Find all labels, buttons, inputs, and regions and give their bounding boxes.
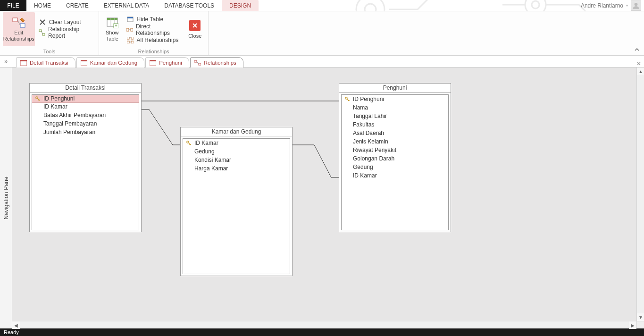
svg-rect-11 (42, 34, 45, 35)
field-id-kamar[interactable]: ID Kamar (32, 102, 139, 111)
tab-kamar-dan-gedung[interactable]: Kamar dan Gedung (76, 57, 144, 67)
svg-rect-36 (199, 63, 201, 65)
svg-rect-32 (81, 60, 87, 61)
edit-relationships-button[interactable]: Edit Relationships (3, 12, 35, 46)
field-id-penghuni[interactable]: ID Penghuni (342, 95, 448, 103)
table-icon (150, 60, 156, 66)
field-tanggal-pembayaran[interactable]: Tanggal Pembayaran (32, 119, 139, 128)
user-area[interactable]: Andre Riantiarno ▾ (581, 0, 644, 11)
field-riwayat-penyakit[interactable]: Riwayat Penyakit (342, 146, 448, 154)
field-harga-kamar[interactable]: Harga Kamar (183, 164, 290, 173)
collapse-ribbon-button[interactable] (634, 46, 640, 54)
direct-relationships-button[interactable]: Direct Relationships (124, 25, 184, 35)
table-kamar-dan-gedung[interactable]: Kamar dan Gedung ID Kamar Gedung Kondisi… (180, 127, 293, 276)
svg-point-7 (635, 3, 638, 6)
file-menu[interactable]: FILE (0, 0, 26, 11)
scroll-track[interactable] (637, 75, 644, 313)
status-bar: Ready (0, 328, 644, 336)
scroll-right-button[interactable]: ▶ (629, 321, 636, 329)
relationship-report-button[interactable]: Relationship Report (36, 27, 96, 38)
tab-relationships[interactable]: Relationships (190, 57, 243, 67)
svg-text:+: + (115, 23, 117, 28)
svg-rect-35 (194, 60, 197, 62)
user-name: Andre Riantiarno (581, 2, 623, 9)
field-batas-akhir[interactable]: Batas Akhir Pembayaran (32, 111, 139, 119)
edit-relationships-label: Edit Relationships (3, 30, 35, 42)
relationships-icon (194, 60, 201, 66)
status-text: Ready (4, 329, 19, 335)
scroll-track[interactable] (20, 321, 629, 328)
svg-rect-13 (107, 18, 117, 20)
edit-relationships-icon (12, 17, 26, 29)
field-tanggal-lahir[interactable]: Tanggal Lahir (342, 112, 448, 120)
field-fakultas[interactable]: Fakultas (342, 120, 448, 129)
scroll-left-button[interactable]: ◀ (12, 321, 20, 329)
navigation-pane-label: Navigation Pane (3, 176, 9, 219)
scroll-down-button[interactable]: ▼ (637, 313, 644, 321)
all-relationships-button[interactable]: All Relationships (124, 35, 184, 45)
field-asal-daerah[interactable]: Asal Daerah (342, 129, 448, 137)
user-avatar-icon (631, 0, 641, 11)
field-id-kamar[interactable]: ID Kamar (342, 171, 448, 180)
clear-layout-label: Clear Layout (49, 19, 81, 25)
svg-rect-19 (127, 17, 133, 18)
menu-database-tools[interactable]: DATABASE TOOLS (157, 0, 222, 11)
field-jenis-kelamin[interactable]: Jenis Kelamin (342, 137, 448, 146)
field-kondisi-kamar[interactable]: Kondisi Kamar (183, 156, 290, 164)
menu-design[interactable]: DESIGN (222, 0, 259, 11)
relationships-canvas[interactable]: Detail Transaksi ID Penghuni ID Kamar Ba… (12, 67, 636, 321)
vertical-scrollbar[interactable]: ▲ ▼ (636, 67, 644, 321)
field-jumlah-pembayaran[interactable]: Jumlah Pembayaran (32, 128, 139, 136)
svg-rect-30 (20, 60, 27, 61)
table-title: Kamar dan Gedung (181, 127, 292, 136)
svg-rect-25 (127, 41, 129, 43)
tab-label: Relationships (204, 60, 236, 66)
field-id-penghuni[interactable]: ID Penghuni (32, 94, 139, 103)
key-icon (344, 97, 350, 101)
svg-rect-21 (131, 28, 133, 31)
tab-detail-transaksi[interactable]: Detail Transaksi (16, 57, 75, 67)
tab-label: Kamar dan Gedung (90, 60, 137, 66)
svg-rect-9 (20, 24, 25, 27)
field-gedung[interactable]: Gedung (183, 147, 290, 156)
document-tabs: Detail Transaksi Kamar dan Gedung Penghu… (12, 57, 634, 67)
key-icon (186, 141, 192, 145)
menu-home[interactable]: HOME (26, 0, 59, 11)
navigation-pane-collapsed[interactable]: Navigation Pane (0, 67, 12, 328)
show-table-button[interactable]: + Show Table (102, 12, 123, 46)
menu-create[interactable]: CREATE (59, 0, 96, 11)
document-tabs-row: » Detail Transaksi Kamar dan Gedung Peng… (0, 56, 644, 67)
svg-rect-23 (127, 37, 129, 39)
menu-external-data[interactable]: EXTERNAL DATA (96, 0, 157, 11)
ribbon-group-relationships-label: Relationships (102, 48, 205, 55)
close-tab-button[interactable]: ✕ (634, 60, 644, 67)
table-detail-transaksi[interactable]: Detail Transaksi ID Penghuni ID Kamar Ba… (29, 83, 142, 232)
field-nama[interactable]: Nama (342, 103, 448, 112)
table-body: ID Kamar Gedung Kondisi Kamar Harga Kama… (183, 138, 290, 274)
hide-table-icon (126, 16, 134, 23)
svg-rect-34 (150, 60, 156, 61)
svg-rect-20 (126, 28, 129, 31)
scroll-up-button[interactable]: ▲ (637, 67, 644, 75)
svg-rect-10 (39, 30, 42, 32)
field-golongan-darah[interactable]: Golongan Darah (342, 154, 448, 163)
workspace: Navigation Pane Detail Transaksi ID Peng… (0, 67, 644, 328)
table-body: ID Penghuni Nama Tanggal Lahir Fakultas … (341, 94, 449, 230)
menu-bar: FILE HOME CREATE EXTERNAL DATA DATABASE … (0, 0, 644, 11)
show-table-icon: + (105, 17, 119, 29)
field-id-kamar[interactable]: ID Kamar (183, 139, 290, 147)
table-body: ID Penghuni ID Kamar Batas Akhir Pembaya… (32, 94, 139, 230)
field-gedung[interactable]: Gedung (342, 163, 448, 171)
relationship-report-label: Relationship Report (48, 26, 93, 39)
clear-layout-icon (39, 18, 46, 26)
relationship-report-icon (39, 29, 45, 36)
svg-rect-24 (131, 37, 134, 39)
table-penghuni[interactable]: Penghuni ID Penghuni Nama Tanggal Lahir … (339, 83, 451, 232)
user-menu-caret: ▾ (626, 3, 628, 8)
tab-penghuni[interactable]: Penghuni (145, 57, 189, 67)
nav-pane-toggle[interactable]: » (0, 56, 12, 67)
tab-label: Penghuni (159, 60, 182, 66)
close-button[interactable]: Close (184, 12, 205, 46)
ribbon-group-relationships: + Show Table Hide Table Direct Relations… (99, 11, 209, 55)
horizontal-scrollbar[interactable]: ◀ ▶ (12, 321, 636, 328)
